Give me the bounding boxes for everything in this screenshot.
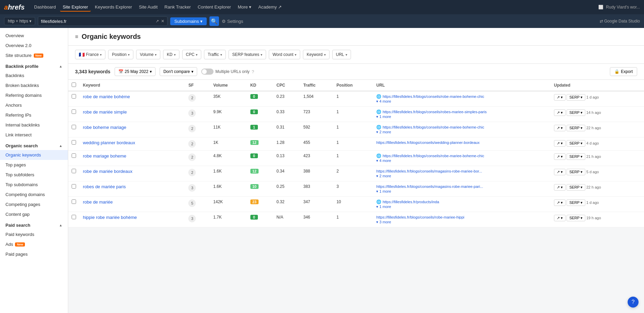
nav-site-explorer[interactable]: Site Explorer xyxy=(60,3,91,12)
filter-keyword[interactable]: Keyword ▾ xyxy=(303,50,330,59)
compare-button[interactable]: Don't compare ▾ xyxy=(160,67,197,76)
sidebar-item-top-pages[interactable]: Top pages xyxy=(0,160,68,170)
row-checkbox[interactable] xyxy=(72,153,76,158)
row-checkbox[interactable] xyxy=(72,125,76,129)
nav-content-explorer[interactable]: Content Explorer xyxy=(195,3,234,12)
google-data-studio-button[interactable]: ⇄ Google Data Studio xyxy=(600,19,640,24)
filter-kd[interactable]: KD ▾ xyxy=(163,50,179,59)
url-link[interactable]: https://fillesfideles.fr/blogs/conseils/… xyxy=(376,140,480,145)
serp-button[interactable]: SERP ▾ xyxy=(567,199,585,206)
help-icon[interactable]: ? xyxy=(252,69,254,74)
sidebar-section-paid-search[interactable]: Paid search ▲ xyxy=(0,219,68,229)
date-button[interactable]: 📅 25 May 2022 ▾ xyxy=(115,67,156,76)
trend-button[interactable]: ↗ ▾ xyxy=(554,153,566,160)
keyword-link[interactable]: robe mariage boheme xyxy=(83,153,126,159)
sidebar-item-backlinks[interactable]: Backlinks xyxy=(0,71,68,80)
sidebar-item-overview[interactable]: Overview xyxy=(0,31,68,41)
logo[interactable]: ahrefs xyxy=(4,3,25,11)
url-link[interactable]: https://fillesfideles.fr/blogs/conseils/… xyxy=(383,94,484,99)
serp-button[interactable]: SERP ▾ xyxy=(567,153,585,160)
filter-word-count[interactable]: Word count ▾ xyxy=(269,50,300,59)
select-all-checkbox[interactable] xyxy=(72,83,76,87)
clear-icon[interactable]: ✕ xyxy=(161,19,164,24)
col-volume[interactable]: Volume xyxy=(210,80,247,91)
sidebar-item-referring-ips[interactable]: Referring IPs xyxy=(0,110,68,120)
sidebar-item-content-gap[interactable]: Content gap xyxy=(0,209,68,219)
keyword-link[interactable]: robes de mariée paris xyxy=(83,184,126,189)
sidebar-item-anchors[interactable]: Anchors xyxy=(0,100,68,110)
sidebar-item-paid-pages[interactable]: Paid pages xyxy=(0,249,68,259)
url-input[interactable] xyxy=(41,19,154,24)
serp-button[interactable]: SERP ▾ xyxy=(567,109,585,116)
help-button[interactable]: ? xyxy=(628,297,639,308)
row-checkbox[interactable] xyxy=(72,109,76,114)
sidebar-item-ads[interactable]: Ads New xyxy=(0,239,68,249)
row-checkbox[interactable] xyxy=(72,169,76,173)
sidebar-item-overview-2[interactable]: Overview 2.0 xyxy=(0,41,68,50)
hamburger-icon[interactable]: ≡ xyxy=(75,34,78,40)
sidebar-item-referring-domains[interactable]: Referring domains xyxy=(0,90,68,100)
nav-keywords-explorer[interactable]: Keywords Explorer xyxy=(92,3,135,12)
row-checkbox[interactable] xyxy=(72,184,76,189)
filter-traffic[interactable]: Traffic ▾ xyxy=(204,50,226,59)
protocol-button[interactable]: http + https ▾ xyxy=(4,17,35,25)
sidebar-item-competing-pages[interactable]: Competing pages xyxy=(0,199,68,209)
serp-button[interactable]: SERP ▾ xyxy=(567,169,585,175)
filter-serp-features[interactable]: SERP features ▾ xyxy=(229,50,266,59)
col-traffic[interactable]: Traffic xyxy=(300,80,333,91)
filter-position[interactable]: Position ▾ xyxy=(108,50,133,59)
serp-button[interactable]: SERP ▾ xyxy=(567,184,585,191)
trend-button[interactable]: ↗ ▾ xyxy=(554,169,566,175)
user-label[interactable]: Rudy Viard's wor... xyxy=(606,5,640,10)
sidebar-item-internal-backlinks[interactable]: Internal backlinks xyxy=(0,120,68,130)
search-button[interactable]: 🔍 xyxy=(209,16,219,26)
sidebar-item-site-structure[interactable]: Site structure New xyxy=(0,50,68,60)
url-link[interactable]: https://fillesfideles.fr/blogs/conseils/… xyxy=(376,184,483,189)
sidebar-section-organic-search[interactable]: Organic search ▲ xyxy=(0,140,68,150)
sidebar-item-link-intersect[interactable]: Link intersect xyxy=(0,130,68,140)
more-link[interactable]: ▾ 2 more xyxy=(376,130,391,134)
url-link[interactable]: https://fillesfideles.fr/blogs/conseils/… xyxy=(383,125,484,129)
col-sf[interactable]: SF xyxy=(185,80,210,91)
serp-button[interactable]: SERP ▾ xyxy=(567,94,585,101)
keyword-link[interactable]: robe de mariée bordeaux xyxy=(83,169,132,174)
filter-url[interactable]: URL ▾ xyxy=(332,50,351,59)
filter-volume[interactable]: Volume ▾ xyxy=(136,50,160,59)
row-checkbox[interactable] xyxy=(72,215,76,219)
more-link[interactable]: ▾ 1 more xyxy=(376,115,391,119)
col-kd[interactable]: KD xyxy=(247,80,273,91)
url-link[interactable]: https://fillesfideles.fr/blogs/conseils/… xyxy=(376,215,464,219)
more-link[interactable]: ▾ 4 more xyxy=(376,159,391,163)
keyword-link[interactable]: hippie robe mariée bohème xyxy=(83,215,137,220)
more-link[interactable]: ▾ 4 more xyxy=(376,99,391,103)
row-checkbox[interactable] xyxy=(72,199,76,204)
serp-button[interactable]: SERP ▾ xyxy=(567,125,585,131)
trend-button[interactable]: ↗ ▾ xyxy=(554,109,566,116)
export-button[interactable]: 🔒 Export xyxy=(610,67,637,76)
url-link[interactable]: https://fillesfideles.fr/blogs/conseils/… xyxy=(376,169,482,173)
external-link-icon[interactable]: ↗ xyxy=(156,19,159,24)
trend-button[interactable]: ↗ ▾ xyxy=(554,215,566,221)
keyword-link[interactable]: robe de mariée bohème xyxy=(83,94,130,99)
col-keyword[interactable]: Keyword xyxy=(79,80,185,91)
trend-button[interactable]: ↗ ▾ xyxy=(554,94,566,101)
url-link[interactable]: https://fillesfideles.fr/blogs/conseils/… xyxy=(383,154,484,158)
sidebar-item-competing-domains[interactable]: Competing domains xyxy=(0,190,68,199)
row-checkbox[interactable] xyxy=(72,94,76,99)
col-position[interactable]: Position xyxy=(333,80,373,91)
nav-rank-tracker[interactable]: Rank Tracker xyxy=(162,3,193,12)
url-link[interactable]: https://fillesfideles.fr/blogs/conseils/… xyxy=(383,110,487,114)
subdomains-button[interactable]: Subdomains ▾ xyxy=(170,17,207,25)
more-link[interactable]: ▾ 3 more xyxy=(376,220,391,224)
trend-button[interactable]: ↗ ▾ xyxy=(554,184,566,191)
nav-site-audit[interactable]: Site Audit xyxy=(136,3,160,12)
more-link[interactable]: ▾ 1 more xyxy=(376,189,391,193)
sidebar-item-top-subdomains[interactable]: Top subdomains xyxy=(0,180,68,190)
keyword-link[interactable]: robe boheme mariage xyxy=(83,125,126,130)
settings-button[interactable]: ⚙ Settings xyxy=(222,19,243,24)
sidebar-item-top-subfolders[interactable]: Top subfolders xyxy=(0,170,68,180)
multiple-urls-toggle[interactable] xyxy=(201,69,214,75)
row-checkbox[interactable] xyxy=(72,140,76,145)
keyword-link[interactable]: robe de mariée simple xyxy=(83,109,127,115)
sidebar-item-broken-backlinks[interactable]: Broken backlinks xyxy=(0,80,68,90)
